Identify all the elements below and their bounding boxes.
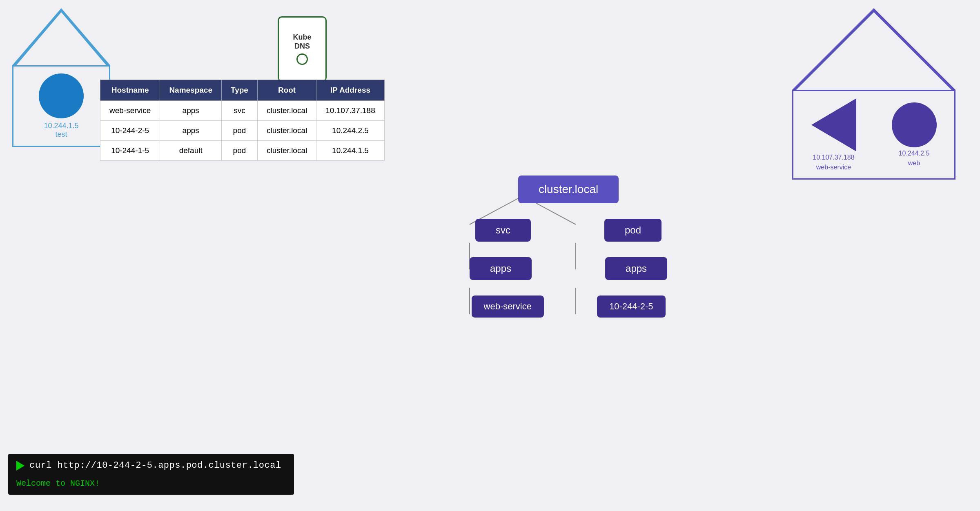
tree-pod-node: pod	[604, 219, 662, 242]
apps-namespace-house: apps 10.107.37.188 web-service 10.244.2.…	[792, 8, 956, 180]
house-triangle-default: default	[12, 8, 110, 65]
cell-type-1: pod	[222, 121, 258, 141]
terminal-command-text: curl http://10-244-2-5.apps.pod.cluster.…	[29, 460, 281, 471]
tree-pod-apps-node: apps	[605, 257, 667, 280]
cell-namespace-0: apps	[160, 101, 222, 121]
kube-dns-label: Kube DNS	[293, 33, 312, 51]
cell-hostname-2: 10-244-1-5	[100, 141, 160, 161]
tree-web-service-node: web-service	[472, 295, 544, 318]
cell-hostname-0: web-service	[100, 101, 160, 121]
cell-namespace-1: apps	[160, 121, 222, 141]
col-ip-address: IP Address	[316, 80, 385, 101]
col-hostname: Hostname	[100, 80, 160, 101]
table-row: 10-244-1-5 default pod cluster.local 10.…	[100, 141, 385, 161]
default-namespace-body: 10.244.1.5 test	[12, 65, 110, 147]
service-item: 10.107.37.188 web-service	[811, 98, 856, 171]
terminal: curl http://10-244-2-5.apps.pod.cluster.…	[8, 454, 294, 495]
cell-type-0: svc	[222, 101, 258, 121]
cell-namespace-2: default	[160, 141, 222, 161]
kube-dns-box: Kube DNS	[278, 16, 327, 82]
pod-ip: 10.244.2.5	[899, 150, 930, 157]
tree-svc-apps-node: apps	[470, 257, 532, 280]
cell-root-2: cluster.local	[257, 141, 316, 161]
apps-namespace-body: 10.107.37.188 web-service 10.244.2.5 web	[792, 90, 956, 180]
dns-circle-icon	[296, 53, 308, 65]
house-triangle-apps: apps	[792, 8, 956, 90]
service-triangle-icon	[811, 98, 856, 151]
terminal-arrow-icon	[16, 461, 24, 471]
cell-ip-1: 10.244.2.5	[316, 121, 385, 141]
default-pod-ip: 10.244.1.5	[44, 122, 78, 130]
table-row: web-service apps svc cluster.local 10.10…	[100, 101, 385, 121]
col-root: Root	[257, 80, 316, 101]
default-pod-circle	[39, 73, 84, 118]
terminal-output-text: Welcome to NGINX!	[8, 477, 294, 495]
cell-root-0: cluster.local	[257, 101, 316, 121]
dns-records-table: Hostname Namespace Type Root IP Address …	[100, 80, 385, 161]
dns-tree: cluster.local svc pod apps apps web-serv…	[470, 176, 667, 318]
pod-item: 10.244.2.5 web	[892, 102, 937, 167]
pod-name: web	[908, 160, 920, 167]
default-namespace-house: default 10.244.1.5 test	[12, 8, 110, 147]
default-pod-name: test	[55, 130, 67, 139]
cell-root-1: cluster.local	[257, 121, 316, 141]
pod-circle-icon	[892, 102, 937, 147]
tree-pod-name-node: 10-244-2-5	[597, 295, 666, 318]
cell-ip-2: 10.244.1.5	[316, 141, 385, 161]
service-ip: 10.107.37.188	[813, 154, 854, 161]
col-namespace: Namespace	[160, 80, 222, 101]
cell-hostname-1: 10-244-2-5	[100, 121, 160, 141]
table-row: 10-244-2-5 apps pod cluster.local 10.244…	[100, 121, 385, 141]
tree-root-node: cluster.local	[518, 176, 619, 203]
cell-ip-0: 10.107.37.188	[316, 101, 385, 121]
col-type: Type	[222, 80, 258, 101]
terminal-command-line: curl http://10-244-2-5.apps.pod.cluster.…	[8, 454, 294, 477]
tree-svc-node: svc	[475, 219, 531, 242]
service-name: web-service	[816, 164, 851, 171]
cell-type-2: pod	[222, 141, 258, 161]
